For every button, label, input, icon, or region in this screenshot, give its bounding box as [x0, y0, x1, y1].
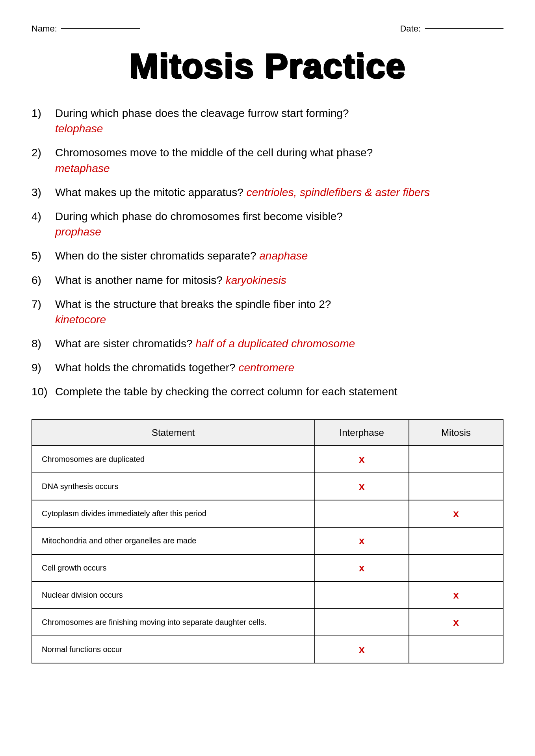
statement-cell-7: Normal functions occur — [32, 636, 315, 663]
mitosis-cell-4 — [409, 554, 503, 582]
table-row: Chromosomes are duplicatedx — [32, 446, 503, 473]
question-number-10: 10) — [32, 384, 55, 399]
answer-9: centromere — [238, 361, 294, 374]
statement-cell-4: Cell growth occurs — [32, 554, 315, 582]
page-title: Mitosis Practice — [129, 46, 406, 86]
name-line[interactable] — [61, 28, 140, 29]
question-text-6: What is another name for mitosis? karyok… — [55, 272, 503, 288]
interphase-cell-5 — [315, 582, 409, 609]
question-number-1: 1) — [32, 106, 55, 121]
questions-list: 1) During which phase does the cleavage … — [32, 106, 503, 400]
question-text-3: What makes up the mitotic apparatus? cen… — [55, 185, 503, 200]
name-field: Name: — [32, 24, 140, 34]
question-text-2: Chromosomes move to the middle of the ce… — [55, 145, 503, 176]
table-row: Cytoplasm divides immediately after this… — [32, 500, 503, 527]
answer-8: half of a duplicated chromosome — [195, 337, 355, 350]
col-statement: Statement — [32, 420, 315, 446]
statement-cell-1: DNA synthesis occurs — [32, 473, 315, 500]
mitosis-cell-5: x — [409, 582, 503, 609]
question-text-8: What are sister chromatids? half of a du… — [55, 336, 503, 351]
statement-cell-0: Chromosomes are duplicated — [32, 446, 315, 473]
interphase-cell-7: x — [315, 636, 409, 663]
table-row: DNA synthesis occursx — [32, 473, 503, 500]
table-row: Cell growth occursx — [32, 554, 503, 582]
interphase-cell-4: x — [315, 554, 409, 582]
table-section: Statement Interphase Mitosis Chromosomes… — [32, 419, 503, 663]
question-text-9: What holds the chromatids together? cent… — [55, 360, 503, 375]
question-number-6: 6) — [32, 272, 55, 288]
col-mitosis: Mitosis — [409, 420, 503, 446]
mitosis-table: Statement Interphase Mitosis Chromosomes… — [32, 419, 503, 663]
answer-2: metaphase — [55, 162, 110, 174]
date-field: Date: — [400, 24, 503, 34]
mitosis-cell-6: x — [409, 609, 503, 636]
answer-6: karyokinesis — [226, 274, 286, 286]
table-row: Chromosomes are finishing moving into se… — [32, 609, 503, 636]
question-number-2: 2) — [32, 145, 55, 160]
mitosis-cell-7 — [409, 636, 503, 663]
table-row: Normal functions occurx — [32, 636, 503, 663]
question-item-10: 10) Complete the table by checking the c… — [32, 384, 503, 399]
question-item-1: 1) During which phase does the cleavage … — [32, 106, 503, 136]
table-row: Mitochondria and other organelles are ma… — [32, 527, 503, 554]
answer-4: prophase — [55, 226, 101, 238]
question-text-7: What is the structure that breaks the sp… — [55, 296, 503, 327]
question-text-4: During which phase do chromosomes first … — [55, 209, 503, 239]
mitosis-cell-0 — [409, 446, 503, 473]
question-item-8: 8) What are sister chromatids? half of a… — [32, 336, 503, 351]
table-row: Nuclear division occursx — [32, 582, 503, 609]
statement-cell-6: Chromosomes are finishing moving into se… — [32, 609, 315, 636]
question-item-5: 5) When do the sister chromatids separat… — [32, 248, 503, 263]
mitosis-cell-2: x — [409, 500, 503, 527]
question-item-7: 7) What is the structure that breaks the… — [32, 296, 503, 327]
question-item-6: 6) What is another name for mitosis? kar… — [32, 272, 503, 288]
title-container: Mitosis Practice — [32, 46, 503, 86]
question-text-1: During which phase does the cleavage fur… — [55, 106, 503, 136]
question-number-4: 4) — [32, 209, 55, 224]
statement-cell-2: Cytoplasm divides immediately after this… — [32, 500, 315, 527]
answer-3: centrioles, spindlefibers & aster fibers — [247, 186, 430, 198]
interphase-cell-6 — [315, 609, 409, 636]
question-item-2: 2) Chromosomes move to the middle of the… — [32, 145, 503, 176]
interphase-cell-0: x — [315, 446, 409, 473]
question-number-5: 5) — [32, 248, 55, 263]
question-item-4: 4) During which phase do chromosomes fir… — [32, 209, 503, 239]
question-text-10: Complete the table by checking the corre… — [55, 384, 503, 399]
interphase-cell-3: x — [315, 527, 409, 554]
question-number-7: 7) — [32, 296, 55, 312]
answer-5: anaphase — [259, 250, 308, 262]
answer-7: kinetocore — [55, 313, 106, 326]
question-item-3: 3) What makes up the mitotic apparatus? … — [32, 185, 503, 200]
mitosis-cell-1 — [409, 473, 503, 500]
question-number-3: 3) — [32, 185, 55, 200]
col-interphase: Interphase — [315, 420, 409, 446]
question-number-8: 8) — [32, 336, 55, 351]
interphase-cell-2 — [315, 500, 409, 527]
interphase-cell-1: x — [315, 473, 409, 500]
table-header-row: Statement Interphase Mitosis — [32, 420, 503, 446]
header-fields: Name: Date: — [32, 24, 503, 34]
statement-cell-3: Mitochondria and other organelles are ma… — [32, 527, 315, 554]
mitosis-cell-3 — [409, 527, 503, 554]
name-label: Name: — [32, 24, 57, 34]
answer-1: telophase — [55, 122, 103, 135]
question-number-9: 9) — [32, 360, 55, 375]
date-label: Date: — [400, 24, 421, 34]
question-item-9: 9) What holds the chromatids together? c… — [32, 360, 503, 375]
date-line[interactable] — [425, 28, 503, 29]
question-text-5: When do the sister chromatids separate? … — [55, 248, 503, 263]
statement-cell-5: Nuclear division occurs — [32, 582, 315, 609]
